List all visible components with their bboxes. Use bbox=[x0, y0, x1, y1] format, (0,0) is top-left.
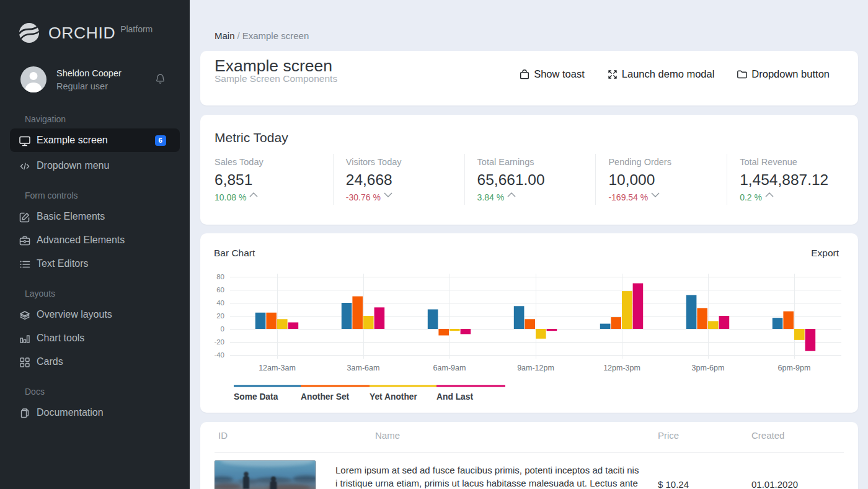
svg-text:6am-9am: 6am-9am bbox=[433, 364, 466, 372]
svg-text:60: 60 bbox=[216, 286, 224, 294]
svg-text:3pm-6pm: 3pm-6pm bbox=[692, 364, 725, 372]
svg-text:Yet Another: Yet Another bbox=[370, 392, 418, 402]
svg-text:Another Set: Another Set bbox=[301, 392, 350, 402]
svg-text:-20: -20 bbox=[214, 338, 224, 346]
svg-text:Some Data: Some Data bbox=[234, 392, 278, 402]
svg-text:0: 0 bbox=[221, 325, 224, 333]
svg-text:6pm-9pm: 6pm-9pm bbox=[778, 364, 811, 372]
svg-text:9am-12pm: 9am-12pm bbox=[517, 364, 554, 372]
svg-text:3am-6am: 3am-6am bbox=[347, 364, 380, 372]
svg-text:20: 20 bbox=[216, 312, 224, 320]
svg-text:And Last: And Last bbox=[436, 392, 473, 402]
svg-text:40: 40 bbox=[216, 299, 224, 307]
svg-text:-40: -40 bbox=[214, 351, 224, 359]
svg-text:80: 80 bbox=[216, 273, 224, 280]
svg-text:12pm-3pm: 12pm-3pm bbox=[603, 364, 640, 372]
svg-text:12am-3am: 12am-3am bbox=[259, 364, 296, 372]
